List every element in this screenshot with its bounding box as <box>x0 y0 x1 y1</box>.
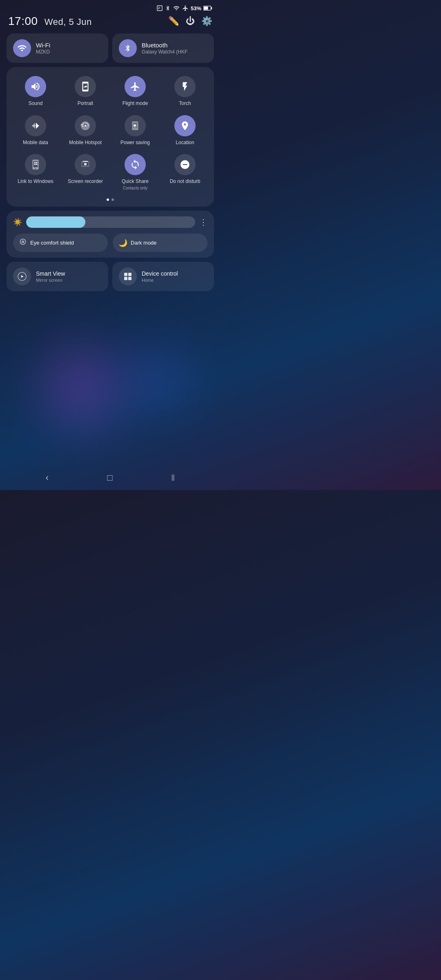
wifi-tile-icon <box>13 39 31 57</box>
brightness-row: ☀️ ⋮ <box>13 216 207 228</box>
bluetooth-info: Bluetooth Galaxy Watch4 (HKF <box>142 42 187 55</box>
flight-mode-tile[interactable]: Flight mode <box>111 74 159 109</box>
svg-rect-6 <box>34 164 36 165</box>
time: 17:00 <box>8 15 38 27</box>
back-button[interactable]: ‹ <box>42 468 53 487</box>
airplane-icon <box>182 5 189 11</box>
wifi-info: Wi-Fi MZKD <box>36 42 50 55</box>
mobile-hotspot-label: Mobile Hotspot <box>69 140 102 146</box>
brightness-fill <box>26 216 85 228</box>
brightness-icon: ☀️ <box>13 218 22 227</box>
power-saving-label: Power saving <box>120 140 150 146</box>
wifi-tile[interactable]: Wi-Fi MZKD <box>7 33 108 63</box>
wifi-title: Wi-Fi <box>36 42 50 49</box>
link-windows-label: Link to Windows <box>18 178 53 185</box>
power-saving-icon <box>125 115 146 136</box>
bluetooth-tile[interactable]: Bluetooth Galaxy Watch4 (HKF <box>112 33 214 63</box>
mobile-data-label: Mobile data <box>23 140 48 146</box>
svg-rect-2 <box>211 7 212 9</box>
nfc-icon <box>156 5 163 11</box>
dot-1 <box>107 198 109 201</box>
pagination-dots <box>11 198 209 201</box>
smart-view-title: Smart View <box>36 270 65 277</box>
mobile-hotspot-icon <box>75 115 96 136</box>
svg-rect-1 <box>204 7 208 10</box>
device-control-icon <box>119 267 137 285</box>
bluetooth-tile-icon <box>119 39 137 57</box>
smart-view-icon <box>13 267 31 285</box>
battery-percentage: 53% <box>191 5 201 11</box>
edit-icon[interactable]: ✏️ <box>168 16 179 27</box>
location-icon <box>174 115 196 136</box>
quick-tiles-panel: Sound Portrait Flight mode <box>7 67 214 207</box>
svg-point-3 <box>85 125 86 126</box>
eye-comfort-label: Eye comfort shield <box>30 240 74 246</box>
dark-mode-button[interactable]: 🌙 Dark mode <box>113 234 207 252</box>
location-label: Location <box>176 140 194 146</box>
battery-icon <box>203 5 212 11</box>
status-icons: 53% <box>156 5 212 11</box>
wifi-icon <box>173 5 180 11</box>
mobile-data-tile[interactable]: Mobile data <box>11 113 60 149</box>
svg-rect-7 <box>36 164 37 165</box>
power-icon[interactable]: ⏻ <box>186 16 195 27</box>
svg-rect-16 <box>128 277 131 280</box>
connect-row: Wi-Fi MZKD Bluetooth Galaxy Watch4 (HKF <box>0 33 220 63</box>
do-not-disturb-tile[interactable]: Do not disturb <box>161 151 209 194</box>
link-windows-tile[interactable]: Link to Windows <box>11 151 60 194</box>
smart-view-info: Smart View Mirror screen <box>36 270 65 283</box>
screen-recorder-icon <box>75 154 96 175</box>
header-row: 17:00 Wed, 5 Jun ✏️ ⏻ ⚙️ <box>0 13 220 33</box>
svg-rect-13 <box>124 273 127 276</box>
svg-rect-5 <box>36 162 37 163</box>
svg-rect-15 <box>124 277 127 280</box>
flight-mode-icon <box>125 76 146 97</box>
eye-comfort-icon: A <box>19 238 27 248</box>
header-actions: ✏️ ⏻ ⚙️ <box>168 16 212 27</box>
device-control-tile[interactable]: Device control Home <box>112 262 214 291</box>
quick-share-icon <box>125 154 146 175</box>
bottom-row: Smart View Mirror screen Device control … <box>0 262 220 291</box>
torch-tile[interactable]: Torch <box>161 74 209 109</box>
quick-share-tile[interactable]: Quick ShareContacts only <box>111 151 159 194</box>
svg-rect-14 <box>128 273 131 276</box>
device-control-title: Device control <box>142 270 178 277</box>
dark-mode-icon: 🌙 <box>118 238 127 247</box>
link-windows-icon <box>25 154 46 175</box>
do-not-disturb-icon <box>174 154 196 175</box>
brightness-more-icon[interactable]: ⋮ <box>199 217 207 227</box>
settings-icon[interactable]: ⚙️ <box>201 16 212 27</box>
portrait-label: Portrait <box>78 100 94 107</box>
date: Wed, 5 Jun <box>45 17 92 27</box>
wifi-subtitle: MZKD <box>36 49 50 55</box>
location-tile[interactable]: Location <box>161 113 209 149</box>
svg-rect-4 <box>34 162 36 163</box>
mobile-data-icon <box>25 115 46 136</box>
bluetooth-title: Bluetooth <box>142 42 187 49</box>
portrait-tile[interactable]: Portrait <box>61 74 109 109</box>
bluetooth-icon <box>165 5 171 11</box>
comfort-row: A Eye comfort shield 🌙 Dark mode <box>13 234 207 252</box>
device-control-info: Device control Home <box>142 270 178 283</box>
sound-tile[interactable]: Sound <box>11 74 60 109</box>
home-button[interactable]: □ <box>103 468 117 487</box>
svg-point-8 <box>84 163 87 166</box>
recents-button[interactable]: ⦀ <box>167 468 179 487</box>
power-saving-tile[interactable]: Power saving <box>111 113 159 149</box>
screen-recorder-label: Screen recorder <box>68 178 103 185</box>
eye-comfort-button[interactable]: A Eye comfort shield <box>13 234 108 252</box>
brightness-panel: ☀️ ⋮ A Eye comfort shield 🌙 <box>7 211 214 258</box>
status-bar: 53% <box>0 0 220 13</box>
do-not-disturb-label: Do not disturb <box>170 178 200 185</box>
flight-mode-label: Flight mode <box>122 100 148 107</box>
torch-icon <box>174 76 196 97</box>
mobile-hotspot-tile[interactable]: Mobile Hotspot <box>61 113 109 149</box>
smart-view-subtitle: Mirror screen <box>36 278 65 283</box>
torch-label: Torch <box>179 100 191 107</box>
screen-recorder-tile[interactable]: Screen recorder <box>61 151 109 194</box>
smart-view-tile[interactable]: Smart View Mirror screen <box>7 262 108 291</box>
brightness-track[interactable] <box>26 216 195 228</box>
sound-icon <box>25 76 46 97</box>
quick-share-label: Quick ShareContacts only <box>122 178 149 191</box>
time-date: 17:00 Wed, 5 Jun <box>8 15 92 28</box>
